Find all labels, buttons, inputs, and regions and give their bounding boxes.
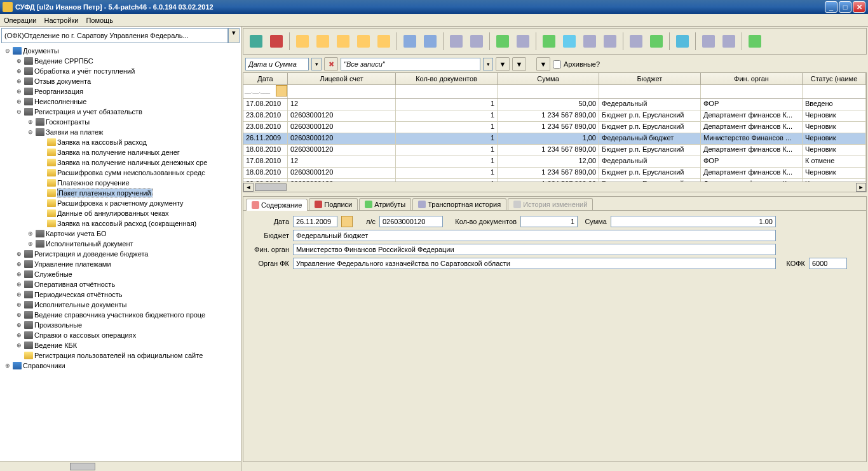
filter-date-picker[interactable]: __.__.___ — [243, 85, 287, 96]
tree-toggle-icon[interactable]: ⊕ — [15, 88, 23, 95]
detail-qty[interactable] — [520, 216, 578, 227]
detail-budget[interactable] — [293, 230, 776, 241]
tree-toggle-icon[interactable]: ⊕ — [15, 271, 23, 277]
toolbar-button[interactable] — [355, 32, 372, 50]
detail-ls[interactable] — [379, 216, 443, 227]
toolbar-button[interactable] — [421, 32, 439, 50]
toolbar-button[interactable] — [627, 32, 645, 50]
tree-toggle-icon[interactable]: ⊕ — [15, 332, 23, 338]
table-row[interactable]: 17.08.201012112,00ФедеральныйФОРК отмене — [243, 156, 866, 168]
minimize-button[interactable]: _ — [825, 1, 837, 13]
maximize-button[interactable]: □ — [839, 1, 851, 13]
col-account[interactable]: Лицевой счет — [288, 73, 396, 84]
tree-item[interactable]: ⊕Реорганизация — [1, 86, 240, 96]
filter-records[interactable]: "Все записи" — [341, 58, 480, 70]
tree-item[interactable]: Платежное поручение — [1, 178, 240, 188]
tree-item[interactable]: ⊕Карточки учета БО — [1, 229, 240, 239]
org-input[interactable] — [1, 28, 228, 43]
toolbar-button[interactable] — [375, 32, 393, 50]
tree-toggle-icon[interactable]: ⊕ — [15, 261, 23, 267]
table-row[interactable]: 17.08.201012150,00ФедеральныйФОРВведено — [243, 99, 866, 110]
tree-toggle-icon[interactable]: ⊕ — [15, 312, 23, 318]
tree-item[interactable]: ⊖Документы — [1, 46, 240, 56]
filter-acc-input[interactable] — [288, 85, 395, 98]
filter-qty-input[interactable] — [396, 85, 497, 98]
tree-item[interactable]: Данные об аннулированных чеках — [1, 208, 240, 218]
filter-funnel-3[interactable]: ▼ — [536, 57, 550, 71]
menu-settings[interactable]: Настройки — [44, 17, 78, 24]
toolbar-button[interactable] — [540, 32, 558, 50]
tree-item[interactable]: ⊕Неисполненные — [1, 96, 240, 107]
toolbar-button[interactable] — [314, 32, 332, 50]
calendar-icon[interactable] — [341, 216, 353, 227]
tree-toggle-icon[interactable]: ⊕ — [15, 58, 23, 64]
tree-item[interactable]: ⊕Произвольные — [1, 320, 240, 330]
tree-item[interactable]: Расшифровка сумм неиспользованных средс — [1, 168, 240, 178]
tree-item[interactable]: ⊕Оперативная отчётность — [1, 279, 240, 289]
tree-item[interactable]: ⊕Справочники — [1, 361, 240, 371]
filter-clear-button[interactable]: ✖ — [324, 57, 338, 71]
tree-toggle-icon[interactable]: ⊕ — [27, 230, 34, 237]
table-row[interactable]: 26.11.20090260300012011,00Федеральный бю… — [243, 133, 866, 145]
tree-toggle-icon[interactable]: ⊕ — [15, 98, 23, 105]
filter-preset-dd[interactable]: ▾ — [311, 58, 322, 70]
col-budget[interactable]: Бюджет — [599, 73, 701, 84]
tree-item[interactable]: ⊕Периодическая отчётность — [1, 289, 240, 300]
filter-preset[interactable]: Дата и Сумма — [245, 58, 309, 70]
tree-toggle-icon[interactable]: ⊖ — [4, 48, 11, 54]
toolbar-button[interactable] — [268, 32, 285, 50]
archive-checkbox[interactable]: Архивные? — [553, 60, 600, 69]
tree-toggle-icon[interactable]: ⊕ — [15, 342, 23, 348]
tree-toggle-icon[interactable]: ⊕ — [15, 68, 23, 74]
tree-toggle-icon[interactable]: ⊕ — [15, 302, 23, 308]
filter-fin-input[interactable] — [701, 85, 802, 98]
tree-item[interactable]: ⊕Исполнительный документ — [1, 239, 240, 249]
tree-item[interactable]: ⊖Регистрация и учет обязательств — [1, 107, 240, 117]
tree-item[interactable]: Расшифровка к расчетному документу — [1, 198, 240, 208]
tree-item[interactable]: ⊕Ведение справочника участников бюджетно… — [1, 310, 240, 320]
grid-hscroll[interactable]: ◄ ► — [243, 182, 866, 192]
tree-toggle-icon[interactable]: ⊖ — [27, 129, 34, 135]
table-row[interactable]: 18.08.20100260300012011 234 567 890,00Бю… — [243, 168, 866, 179]
toolbar-button[interactable] — [514, 32, 532, 50]
calendar-icon[interactable] — [276, 85, 287, 96]
tree-toggle-icon[interactable]: ⊕ — [15, 281, 23, 288]
tab-transport[interactable]: Транспортная история — [412, 198, 506, 210]
toolbar-button[interactable] — [401, 32, 419, 50]
filter-funnel-2[interactable]: ▼ — [512, 57, 526, 71]
filter-records-dd[interactable]: ▾ — [483, 58, 493, 70]
toolbar-button[interactable] — [601, 32, 619, 50]
toolbar-button[interactable] — [294, 32, 311, 50]
filter-funnel-1[interactable]: ▼ — [496, 57, 510, 71]
toolbar-button[interactable] — [468, 32, 485, 50]
tree-toggle-icon[interactable]: ⊕ — [4, 362, 11, 369]
col-qty[interactable]: Кол-во документов — [396, 73, 498, 84]
filter-budget-input[interactable] — [599, 85, 700, 98]
tree-item[interactable]: ⊕Справки о кассовых операциях — [1, 330, 240, 340]
tree-item[interactable]: ⊕Госконтракты — [1, 117, 240, 127]
toolbar-button[interactable] — [494, 32, 512, 50]
toolbar-button[interactable] — [247, 32, 265, 50]
detail-sum[interactable] — [611, 216, 776, 227]
toolbar-button[interactable] — [674, 32, 691, 50]
tree-item[interactable]: Заявка на получение наличных денежных ср… — [1, 157, 240, 168]
tree-toggle-icon[interactable]: ⊕ — [27, 241, 34, 247]
col-fin[interactable]: Фин. орган — [701, 73, 803, 84]
toolbar-button[interactable] — [447, 32, 465, 50]
tree-item[interactable]: ⊕Обработка и учёт поступлений — [1, 66, 240, 76]
tree-item[interactable]: Пакет платежных поручений — [1, 188, 240, 198]
tree-item[interactable]: ⊕Ведение КБК — [1, 340, 240, 350]
filter-sum-input[interactable] — [498, 85, 599, 98]
detail-date[interactable] — [293, 216, 337, 227]
close-button[interactable]: ✕ — [853, 1, 865, 13]
tree-item[interactable]: Регистрация пользователей на официальном… — [1, 350, 240, 361]
tree-item[interactable]: ⊕Ведение СРРПБС — [1, 56, 240, 66]
tree-toggle-icon[interactable]: ⊕ — [15, 251, 23, 257]
toolbar-button[interactable] — [648, 32, 665, 50]
tab-signatures[interactable]: Подписи — [309, 198, 358, 210]
menu-operations[interactable]: Операции — [4, 17, 36, 24]
tree-item[interactable]: Заявка на кассовый расход — [1, 137, 240, 147]
tab-attributes[interactable]: Атрибуты — [359, 198, 411, 210]
tree-toggle-icon[interactable]: ⊕ — [27, 119, 34, 125]
col-date[interactable]: Дата — [243, 73, 288, 84]
